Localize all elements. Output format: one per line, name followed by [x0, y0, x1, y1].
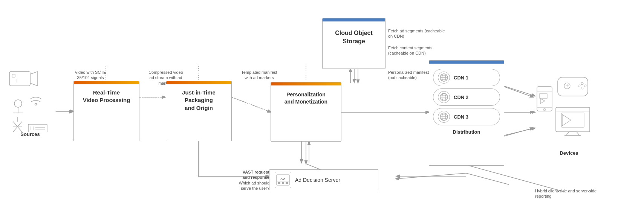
personalization-box: Personalizationand Monetization [271, 82, 341, 142]
svg-rect-62 [540, 93, 547, 99]
fetch-content-label: Fetch content segments (cacheable on CDN… [388, 45, 448, 56]
cloud-storage-box: Cloud ObjectStorage [322, 18, 385, 69]
svg-line-78 [577, 132, 580, 136]
sources-flow-label: Video with SCTE 35/104 signals [73, 70, 107, 81]
ads-label: Ad Decision Server [295, 177, 340, 183]
svg-point-71 [581, 87, 583, 89]
cdn2-icon [438, 91, 450, 103]
distribution-header [429, 61, 504, 64]
svg-rect-55 [278, 182, 280, 184]
svg-rect-20 [9, 72, 30, 86]
svg-line-10 [503, 86, 535, 96]
cloud-storage-title: Cloud ObjectStorage [323, 21, 385, 49]
svg-point-24 [14, 100, 22, 107]
personalization-title: Personalizationand Monetization [271, 85, 341, 109]
devices-label: Devices [535, 150, 603, 156]
ad-decision-box: AD Ad Decision Server [269, 169, 378, 190]
sources-icons [8, 70, 57, 132]
devices-area: Devices [535, 75, 603, 151]
svg-point-70 [578, 85, 580, 87]
cdn3-icon [438, 111, 450, 123]
personalization-header [271, 82, 341, 85]
svg-marker-21 [30, 72, 38, 86]
cdn1-item: CDN 1 [433, 69, 500, 86]
cdn1-icon [438, 72, 450, 84]
distribution-box: CDN 1 CDN 2 [429, 60, 504, 166]
svg-rect-57 [286, 182, 288, 184]
templated-label: Templated manifest with ad markers [240, 70, 278, 81]
svg-marker-63 [540, 99, 545, 104]
ads-icon: AD [275, 172, 291, 188]
svg-line-14 [466, 173, 509, 184]
jitp-header [166, 81, 231, 84]
svg-line-77 [566, 132, 569, 136]
devices-icons [535, 75, 603, 151]
svg-line-12 [503, 128, 535, 136]
cdn2-item: CDN 2 [433, 88, 500, 106]
svg-point-27 [35, 104, 37, 105]
architecture-diagram: Sources Video with SCTE 35/104 signals R… [0, 0, 644, 221]
svg-rect-74 [561, 113, 584, 127]
svg-point-69 [584, 85, 586, 87]
distribution-label: Distribution [429, 129, 504, 135]
jitp-title: Just-in-TimePackagingand Origin [166, 84, 231, 116]
vast-label: VAST requestand response Which ad should… [222, 169, 269, 191]
realtime-title: Real-Time Video Processing [74, 84, 139, 108]
svg-text:AD: AD [280, 177, 285, 180]
sources-area: Sources [8, 70, 53, 137]
svg-rect-64 [558, 77, 588, 96]
realtime-header [74, 81, 139, 84]
cdn3-label: CDN 3 [454, 114, 468, 120]
svg-marker-75 [562, 114, 571, 126]
svg-rect-56 [282, 182, 284, 184]
realtime-box: Real-Time Video Processing [73, 81, 139, 141]
cdn1-label: CDN 1 [454, 75, 468, 81]
cloud-storage-header [323, 18, 385, 21]
svg-line-2 [232, 97, 271, 112]
hybrid-label: Hybrid client-side and server-side repor… [535, 188, 610, 199]
svg-rect-22 [12, 74, 15, 77]
cdn2-label: CDN 2 [454, 94, 468, 100]
cdn3-item: CDN 3 [433, 108, 500, 125]
fetch-ad-label: Fetch ad segments (cacheable on CDN) [388, 28, 448, 39]
sources-label: Sources [8, 131, 53, 137]
svg-line-13 [396, 173, 466, 179]
svg-point-61 [543, 108, 546, 111]
jitp-box: Just-in-TimePackagingand Origin [166, 81, 232, 141]
svg-point-68 [581, 82, 583, 85]
